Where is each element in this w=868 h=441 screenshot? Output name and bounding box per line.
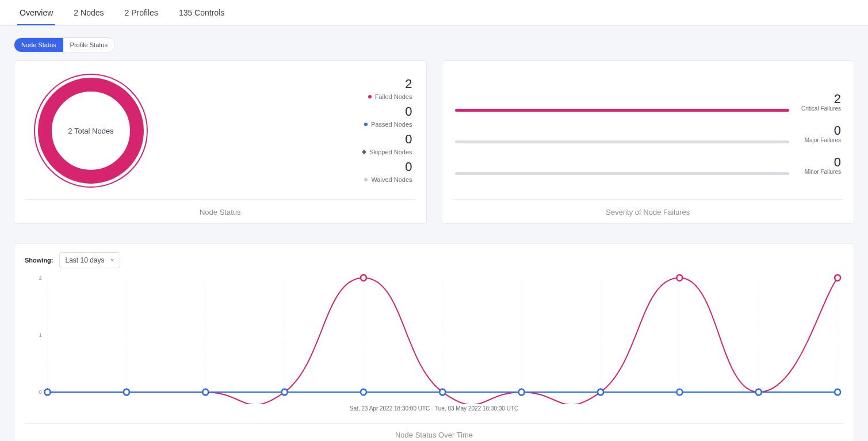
severity-major-label: Major Failures <box>796 137 841 143</box>
node-status-footer: Node Status <box>25 199 416 216</box>
legend-passed-label: Passed Nodes <box>371 121 412 128</box>
dot-icon <box>362 150 366 154</box>
svg-point-24 <box>676 275 682 280</box>
legend-waived-count: 0 <box>362 161 412 173</box>
severity-critical: 2 Critical Failures <box>455 93 842 112</box>
trend-date-range: Sat, 23 Apr 2022 18:30:00 UTC - Tue, 03 … <box>25 405 843 412</box>
svg-point-36 <box>756 389 762 395</box>
legend-waived: 0 Waived Nodes <box>362 161 412 184</box>
tab-overview[interactable]: Overview <box>17 0 55 25</box>
donut-center-label: 2 Total Nodes <box>68 127 113 135</box>
severity-critical-bar <box>455 109 790 112</box>
svg-point-31 <box>361 389 366 395</box>
trend-card: Showing: Last 10 days 012 Sat, 23 Apr 20… <box>14 244 854 441</box>
svg-point-37 <box>835 389 840 395</box>
legend-failed-count: 2 <box>362 78 412 90</box>
legend-passed-count: 0 <box>362 105 412 118</box>
showing-label: Showing: <box>25 257 53 264</box>
trend-footer: Node Status Over Time <box>25 423 843 439</box>
severity-minor-label: Minor Failures <box>796 169 841 175</box>
svg-point-33 <box>519 389 525 395</box>
trend-chart: 012 <box>25 272 843 404</box>
svg-text:1: 1 <box>39 332 42 338</box>
severity-card: 2 Critical Failures 0 Major Failures 0 <box>442 60 855 224</box>
svg-point-28 <box>124 389 129 395</box>
svg-point-30 <box>282 389 288 395</box>
severity-critical-count: 2 <box>796 93 841 105</box>
toggle-profile-status[interactable]: Profile Status <box>63 38 114 52</box>
severity-major: 0 Major Failures <box>455 124 842 143</box>
svg-point-34 <box>598 389 603 395</box>
node-status-donut: 2 Total Nodes <box>25 70 157 191</box>
tab-profiles[interactable]: 2 Profiles <box>123 0 160 25</box>
svg-point-32 <box>439 389 445 395</box>
legend-skipped-label: Skipped Nodes <box>369 149 412 155</box>
svg-text:0: 0 <box>39 389 42 395</box>
node-status-legend: 2 Failed Nodes 0 Passed Nodes 0 Skipped … <box>362 70 416 191</box>
legend-skipped: 0 Skipped Nodes <box>362 133 412 156</box>
summary-cards: 2 Total Nodes 2 Failed Nodes 0 Passed No… <box>0 60 868 224</box>
trend-header: Showing: Last 10 days <box>25 252 843 268</box>
dot-icon <box>364 178 368 181</box>
severity-footer: Severity of Node Failures <box>453 199 844 216</box>
node-status-card: 2 Total Nodes 2 Failed Nodes 0 Passed No… <box>14 60 427 224</box>
dot-icon <box>368 95 372 98</box>
svg-point-29 <box>202 389 208 395</box>
legend-waived-label: Waived Nodes <box>371 176 412 183</box>
svg-point-35 <box>676 389 682 395</box>
severity-critical-label: Critical Failures <box>796 105 841 112</box>
dot-icon <box>364 123 368 126</box>
tab-nodes[interactable]: 2 Nodes <box>71 0 106 25</box>
legend-passed: 0 Passed Nodes <box>362 105 412 128</box>
toggle-node-status[interactable]: Node Status <box>14 38 63 52</box>
tab-controls[interactable]: 135 Controls <box>177 0 227 25</box>
svg-point-27 <box>45 389 51 395</box>
severity-rows: 2 Critical Failures 0 Major Failures 0 <box>453 70 844 191</box>
svg-point-20 <box>361 275 366 280</box>
legend-skipped-count: 0 <box>362 133 412 146</box>
svg-text:2: 2 <box>39 275 42 280</box>
severity-minor-count: 0 <box>796 156 841 169</box>
severity-minor: 0 Minor Failures <box>455 156 842 175</box>
line-chart-icon: 012 <box>25 272 843 404</box>
svg-point-26 <box>835 275 840 280</box>
status-toggle: Node Status Profile Status <box>14 37 115 52</box>
legend-failed-label: Failed Nodes <box>375 93 412 100</box>
legend-failed: 2 Failed Nodes <box>362 78 412 101</box>
range-select[interactable]: Last 10 days <box>59 252 120 268</box>
severity-major-count: 0 <box>796 124 841 137</box>
tabs-bar: Overview 2 Nodes 2 Profiles 135 Controls <box>0 0 868 26</box>
